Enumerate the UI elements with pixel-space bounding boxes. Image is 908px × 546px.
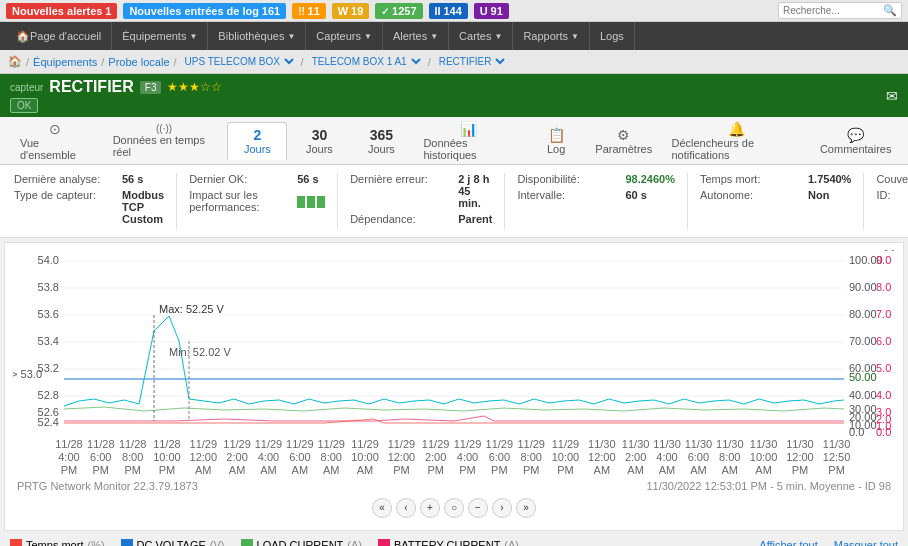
svg-text:6.0: 6.0 (876, 335, 891, 347)
badge-ii144[interactable]: II 144 (429, 3, 468, 19)
badge-1257[interactable]: ✓ 1257 (375, 3, 422, 19)
nav-last-btn[interactable]: » (516, 498, 536, 518)
chart-date-label: 11/30/2022 12:53:01 PM - 5 min. Moyenne … (646, 480, 891, 492)
tab-params[interactable]: ⚙ Paramètres (588, 123, 659, 159)
breadcrumb-ups-select[interactable]: UPS TELECOM BOX (181, 55, 297, 68)
masquer-tout-link[interactable]: Masquer tout (834, 539, 898, 546)
tab-2days[interactable]: 2 Jours (227, 122, 287, 160)
temps-mort-value: 1.7540% (808, 173, 851, 185)
type-capteur-value: Modbus TCP Custom (122, 189, 164, 225)
load-current-color (241, 539, 253, 546)
id-label: ID: (876, 189, 908, 201)
nouvelles-alertes-badge[interactable]: Nouvelles alertes 1 (6, 3, 117, 19)
nav-zoom-out-btn[interactable]: ○ (444, 498, 464, 518)
dernier-ok-label: Dernier OK: (189, 173, 289, 185)
svg-text:40.00: 40.00 (849, 389, 877, 401)
main-chart: 54.0 53.8 53.6 53.4 53.2 > 53.0 52.8 52.… (13, 251, 895, 436)
tab-realtime[interactable]: ((·)) Données en temps réel (103, 119, 226, 162)
alert-bar: Nouvelles alertes 1 Nouvelles entrées de… (0, 0, 908, 22)
realtime-icon: ((·)) (156, 123, 172, 134)
svg-text:52.8: 52.8 (38, 389, 59, 401)
svg-text:90.00: 90.00 (849, 281, 877, 293)
tab-historical[interactable]: 📊 Données historiques (413, 117, 524, 165)
nav-first-btn[interactable]: « (372, 498, 392, 518)
sensor-actions: ✉ (886, 88, 898, 104)
info-col-1: Dernière analyse: 56 s Type de capteur: … (14, 173, 177, 229)
chart-container: ⬇ ⬆ ⛶ 54.0 53.8 53.6 53.4 53.2 > 53.0 52… (4, 242, 904, 531)
nav-bibliotheques[interactable]: Bibliothèques ▼ (208, 22, 306, 50)
svg-text:Max: 52.25 V: Max: 52.25 V (159, 303, 224, 315)
derniere-analyse-label: Dernière analyse: (14, 173, 114, 185)
battery-current-color (378, 539, 390, 546)
nav-alertes[interactable]: Alertes ▼ (383, 22, 449, 50)
comment-icon: 💬 (847, 127, 864, 143)
badge-u91[interactable]: U 91 (474, 3, 509, 19)
svg-text:Min: 52.02 V: Min: 52.02 V (169, 346, 231, 358)
chevron-down-icon: ▼ (287, 32, 295, 41)
legend-load-current: LOAD CURRENT (A) (241, 539, 362, 546)
search-input[interactable] (783, 5, 883, 16)
gear-icon: ⚙ (617, 127, 630, 143)
svg-text:0.0: 0.0 (876, 426, 891, 436)
home-breadcrumb-icon[interactable]: 🏠 (8, 55, 22, 68)
nav-rapports[interactable]: Rapports ▼ (513, 22, 590, 50)
home-icon: 🏠 (16, 30, 30, 43)
tab-30days[interactable]: 30 Jours (289, 123, 349, 159)
afficher-tout-link[interactable]: Afficher tout (759, 539, 818, 546)
autonome-value: Non (808, 189, 829, 201)
svg-text:5.0: 5.0 (876, 362, 891, 374)
svg-text:53.6: 53.6 (38, 308, 59, 320)
historical-icon: 📊 (460, 121, 477, 137)
nav-equipements[interactable]: Équipements ▼ (112, 22, 208, 50)
nav-minus-btn[interactable]: − (468, 498, 488, 518)
tab-log[interactable]: 📋 Log (526, 123, 586, 159)
intervalle-label: Intervalle: (517, 189, 617, 201)
badge-11[interactable]: !! 11 (292, 3, 326, 19)
breadcrumb-probe[interactable]: Probe locale (108, 56, 169, 68)
nav-zoom-in-btn[interactable]: + (420, 498, 440, 518)
tab-overview[interactable]: ⊙ Vue d'ensemble (10, 117, 101, 165)
dernier-ok-value: 56 s (297, 173, 318, 185)
prtg-label: PRTG Network Monitor 22.3.79.1873 (17, 480, 198, 492)
temps-mort-color (10, 539, 22, 546)
email-icon[interactable]: ✉ (886, 88, 898, 104)
nav-page-accueil[interactable]: 🏠 Page d'accueil (6, 22, 112, 50)
derniere-erreur-label: Dernière erreur: (350, 173, 450, 209)
nav-logs[interactable]: Logs (590, 22, 635, 50)
svg-text:8.0: 8.0 (876, 281, 891, 293)
info-section: Dernière analyse: 56 s Type de capteur: … (0, 165, 908, 238)
couverture-label: Couverture: (876, 173, 908, 185)
chevron-down-icon: ▼ (571, 32, 579, 41)
nav-next-btn[interactable]: › (492, 498, 512, 518)
sensor-stars[interactable]: ★★★☆☆ (167, 80, 222, 94)
nouvelles-entrees-badge[interactable]: Nouvelles entrées de log 161 (123, 3, 286, 19)
tab-comments[interactable]: 💬 Commentaires (813, 123, 898, 159)
sensor-header: capteur RECTIFIER F3 ★★★☆☆ OK ✉ (0, 74, 908, 117)
type-capteur-label: Type de capteur: (14, 189, 114, 225)
legend-temps-mort: Temps mort (%) (10, 539, 105, 546)
impact-perf-label: Impact sur les performances: (189, 189, 289, 213)
tabs-row: ⊙ Vue d'ensemble ((·)) Données en temps … (0, 117, 908, 165)
tab-notif[interactable]: 🔔 Déclencheurs de notifications (661, 117, 811, 165)
breadcrumb-telecom-select[interactable]: TELECOM BOX 1 A1 (308, 55, 424, 68)
derniere-erreur-value: 2 j 8 h 45 min. (458, 173, 492, 209)
tab-365days[interactable]: 365 Jours (351, 123, 411, 159)
intervalle-value: 60 s (625, 189, 646, 201)
breadcrumb-rectifier-select[interactable]: RECTIFIER (435, 55, 508, 68)
x-axis-labels: 11/284:00 PM 11/286:00 PM 11/288:00 PM 1… (13, 438, 895, 478)
search-icon[interactable]: 🔍 (883, 4, 897, 17)
derniere-analyse-value: 56 s (122, 173, 143, 185)
nav-cartes[interactable]: Cartes ▼ (449, 22, 513, 50)
nav-prev-btn[interactable]: ‹ (396, 498, 416, 518)
info-col-2: Dernier OK: 56 s Impact sur les performa… (177, 173, 338, 229)
badge-w19[interactable]: W 19 (332, 3, 369, 19)
nav-capteurs[interactable]: Capteurs ▼ (306, 22, 383, 50)
svg-text:7.0: 7.0 (876, 308, 891, 320)
overview-icon: ⊙ (49, 121, 61, 137)
svg-text:53.4: 53.4 (38, 335, 59, 347)
legend-battery-current: BATTERY CURRENT (A) (378, 539, 519, 546)
svg-text:52.4: 52.4 (38, 416, 59, 428)
log-icon: 📋 (548, 127, 565, 143)
info-col-3: Dernière erreur: 2 j 8 h 45 min. Dépenda… (338, 173, 505, 229)
breadcrumb-equipements[interactable]: Équipements (33, 56, 97, 68)
